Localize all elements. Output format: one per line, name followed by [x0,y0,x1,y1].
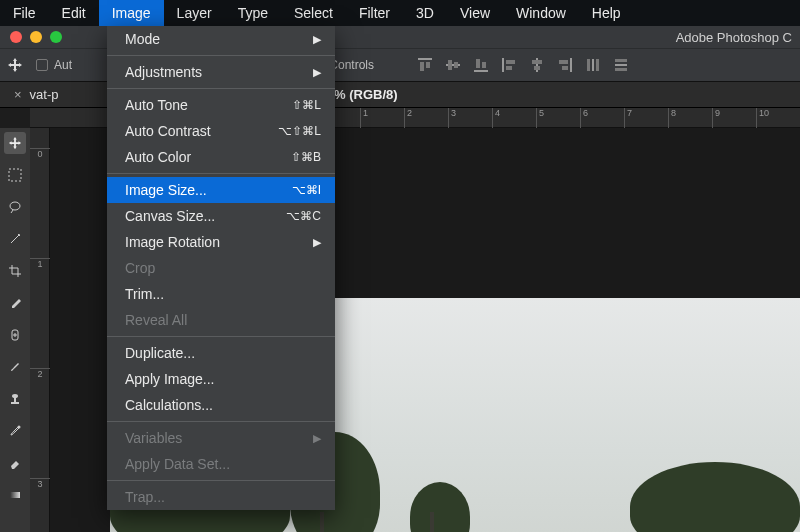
svg-rect-9 [502,58,504,72]
svg-point-30 [12,394,18,398]
menu-item-auto-contrast[interactable]: Auto Contrast⌥⇧⌘L [107,118,335,144]
menu-item-duplicate[interactable]: Duplicate... [107,340,335,366]
svg-rect-14 [534,66,540,70]
crop-tool[interactable] [4,260,26,282]
menu-3d[interactable]: 3D [403,0,447,26]
menu-item-image-rotation[interactable]: Image Rotation▶ [107,229,335,255]
menu-item-crop: Crop [107,255,335,281]
wand-tool[interactable] [4,228,26,250]
svg-rect-21 [615,59,627,62]
svg-rect-11 [506,66,512,70]
marquee-tool[interactable] [4,164,26,186]
zoom-window-button[interactable] [50,31,62,43]
minimize-window-button[interactable] [30,31,42,43]
ruler-h-tick: 3 [448,108,456,128]
ruler-h-tick: 1 [360,108,368,128]
tools-panel [0,128,30,532]
document-tab[interactable]: × vat-p [0,82,73,107]
svg-rect-1 [420,62,424,71]
svg-rect-17 [562,66,568,70]
submenu-arrow-icon: ▶ [313,33,321,46]
svg-rect-8 [482,62,486,68]
menu-item-label: Duplicate... [125,345,195,361]
svg-rect-0 [418,58,432,60]
ruler-v-tick: 2 [30,368,50,379]
auto-select-option[interactable]: Aut [36,58,72,72]
menu-item-shortcut: ⌥⌘I [292,183,321,197]
stamp-tool[interactable] [4,388,26,410]
ruler-h-tick: 7 [624,108,632,128]
eyedropper-tool[interactable] [4,292,26,314]
ruler-vertical[interactable]: 0123 [30,128,50,532]
menu-item-label: Variables [125,430,182,446]
menu-item-mode[interactable]: Mode▶ [107,26,335,52]
menu-item-image-size[interactable]: Image Size...⌥⌘I [107,177,335,203]
history-brush-tool[interactable] [4,420,26,442]
menu-item-shortcut: ⌥⌘C [286,209,321,223]
menu-item-calculations[interactable]: Calculations... [107,392,335,418]
move-tool[interactable] [4,132,26,154]
auto-select-label: Aut [54,58,72,72]
gradient-tool[interactable] [4,484,26,506]
menu-view[interactable]: View [447,0,503,26]
ruler-h-tick: 5 [536,108,544,128]
ruler-h-tick: 4 [492,108,500,128]
distribute-v-icon[interactable] [612,56,630,74]
brush-tool[interactable] [4,356,26,378]
align-right-icon[interactable] [556,56,574,74]
ruler-h-tick: 6 [580,108,588,128]
svg-rect-7 [476,59,480,68]
menubar: FileEditImageLayerTypeSelectFilter3DView… [0,0,800,26]
align-bottom-icon[interactable] [472,56,490,74]
menu-item-shortcut: ⌥⇧⌘L [278,124,321,138]
window-controls [0,31,62,43]
ruler-v-tick: 1 [30,258,50,269]
menu-window[interactable]: Window [503,0,579,26]
menu-image[interactable]: Image [99,0,164,26]
menu-item-label: Image Rotation [125,234,220,250]
move-tool-icon[interactable] [0,57,30,73]
eraser-tool[interactable] [4,452,26,474]
menu-item-trim[interactable]: Trim... [107,281,335,307]
svg-rect-22 [615,64,627,66]
menu-separator [107,421,335,422]
distribute-h-icon[interactable] [584,56,602,74]
menu-item-label: Trim... [125,286,164,302]
menu-help[interactable]: Help [579,0,634,26]
menu-edit[interactable]: Edit [49,0,99,26]
menu-item-adjustments[interactable]: Adjustments▶ [107,59,335,85]
align-buttons [416,56,630,74]
healing-tool[interactable] [4,324,26,346]
lasso-tool[interactable] [4,196,26,218]
menu-filter[interactable]: Filter [346,0,403,26]
align-top-icon[interactable] [416,56,434,74]
ruler-h-tick: 9 [712,108,720,128]
close-window-button[interactable] [10,31,22,43]
checkbox-icon [36,59,48,71]
svg-rect-32 [10,492,20,498]
align-left-icon[interactable] [500,56,518,74]
align-vcenter-icon[interactable] [444,56,462,74]
svg-rect-10 [506,60,515,64]
menu-select[interactable]: Select [281,0,346,26]
menu-item-label: Adjustments [125,64,202,80]
ruler-h-tick: 10 [756,108,769,128]
menu-separator [107,55,335,56]
menu-item-apply-image[interactable]: Apply Image... [107,366,335,392]
close-tab-icon[interactable]: × [14,87,22,102]
menu-item-canvas-size[interactable]: Canvas Size...⌥⌘C [107,203,335,229]
menu-separator [107,336,335,337]
align-hcenter-icon[interactable] [528,56,546,74]
menu-item-label: Calculations... [125,397,213,413]
menu-item-reveal-all: Reveal All [107,307,335,333]
menu-type[interactable]: Type [225,0,281,26]
menu-item-auto-color[interactable]: Auto Color⇧⌘B [107,144,335,170]
menu-item-label: Mode [125,31,160,47]
menu-file[interactable]: File [0,0,49,26]
menu-item-label: Auto Contrast [125,123,211,139]
menu-layer[interactable]: Layer [164,0,225,26]
menu-item-label: Auto Tone [125,97,188,113]
menu-item-auto-tone[interactable]: Auto Tone⇧⌘L [107,92,335,118]
menu-item-label: Reveal All [125,312,187,328]
svg-rect-13 [532,60,542,64]
